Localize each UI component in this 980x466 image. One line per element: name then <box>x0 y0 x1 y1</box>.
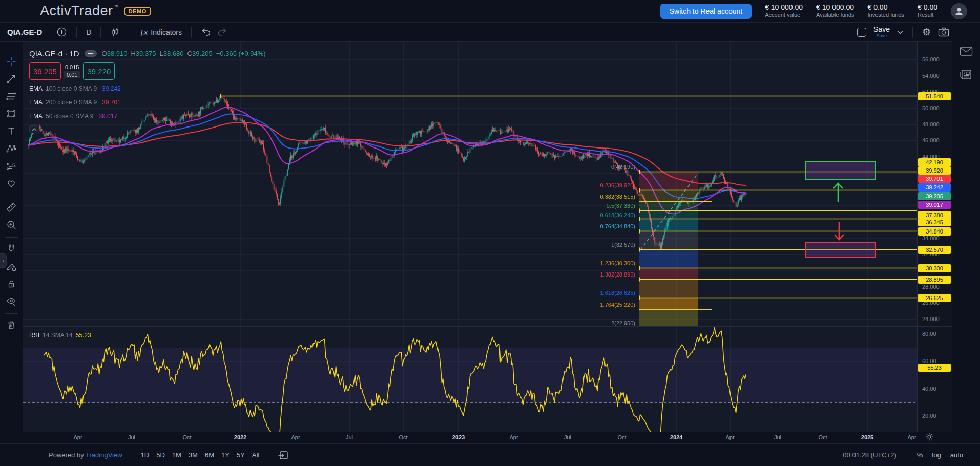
watchlist-panel-toggle[interactable]: › <box>0 253 7 268</box>
time-tick-label: Jul <box>774 434 781 440</box>
interval-button[interactable]: D <box>83 26 94 38</box>
fib-level-label[interactable]: 0.618(36.245) <box>600 212 636 218</box>
tool-zoom-in[interactable] <box>3 217 19 233</box>
range-buttons: 1D5D1M3M6M1Y5YAll <box>137 449 263 461</box>
tool-trend-line[interactable] <box>3 71 19 87</box>
tool-remove-drawings[interactable] <box>3 317 19 333</box>
long-target-box[interactable] <box>805 161 876 180</box>
fib-level-label[interactable]: 1.618(26.625) <box>600 290 636 296</box>
tool-ruler[interactable] <box>3 199 19 216</box>
fib-level-label[interactable]: 1.236(30.300) <box>600 260 636 266</box>
tool-text[interactable] <box>3 123 19 139</box>
fib-level-label[interactable]: 0.764(34.840) <box>600 223 636 229</box>
tool-crosshair[interactable] <box>3 53 19 70</box>
range-1d-button[interactable]: 1D <box>137 449 153 461</box>
price-axis[interactable]: 56.00054.00052.00050.00048.00046.00044.0… <box>917 42 952 432</box>
tradingview-link[interactable]: TradingView <box>86 451 122 459</box>
fib-level-label[interactable]: 0.382(38.515) <box>600 194 636 200</box>
settings-gear-icon[interactable]: ⚙ <box>922 26 931 38</box>
legend-collapse-button[interactable] <box>29 125 39 133</box>
fib-level-label[interactable]: 1.382(28.895) <box>600 271 636 278</box>
ema200-legend-row[interactable]: EMA 200 close 0 SMA 9 39.701 <box>29 97 266 108</box>
text-icon <box>6 125 17 137</box>
chart-symbol-title[interactable]: QIA.GE-d · 1D <box>29 49 79 58</box>
percent-scale-button[interactable]: % <box>912 449 928 461</box>
auto-scale-button[interactable]: auto <box>946 449 968 461</box>
range-1m-button[interactable]: 1M <box>169 449 185 461</box>
buy-ask-button[interactable]: 39.220 <box>83 62 115 80</box>
price-value-label: 39.205 <box>918 192 951 200</box>
theme-sun-icon[interactable] <box>925 433 933 443</box>
undo-button[interactable] <box>198 26 214 39</box>
indicator-params: 200 close 0 SMA 9 <box>46 99 97 106</box>
fib-level-label[interactable]: 0.5(37.380) <box>607 203 635 209</box>
result-stat: € 0.00 Result <box>918 3 937 19</box>
fib-level-label[interactable]: 1.764(25.220) <box>600 302 636 308</box>
price-tick-label: 28.000 <box>918 284 952 290</box>
chart-style-button[interactable] <box>107 25 123 39</box>
sell-bid-button[interactable]: 39.205 <box>29 62 61 80</box>
legend-collapse-pill[interactable] <box>85 50 97 57</box>
tool-forecast[interactable] <box>3 158 19 174</box>
symbol-button[interactable]: QIA.GE-D <box>7 28 42 36</box>
price-value-label: 26.625 <box>918 294 951 302</box>
camera-snapshot-icon[interactable] <box>938 27 949 37</box>
fib-level-label[interactable]: 1(32.570) <box>611 242 635 248</box>
trend-line-icon <box>6 73 17 84</box>
chevron-down-icon[interactable] <box>897 30 903 34</box>
range-1y-button[interactable]: 1Y <box>218 449 233 461</box>
chart-area[interactable]: 0(42.190)0.236(39.920)0.382(38.515)0.5(3… <box>23 42 917 432</box>
ema50-legend-row[interactable]: EMA 50 close 0 SMA 9 39.017 <box>29 111 266 121</box>
time-axis[interactable]: AprJulOct2022AprJulOct2023AprJulOct2024A… <box>23 432 917 443</box>
compare-add-button[interactable] <box>53 25 70 39</box>
indicator-params: 100 close 0 SMA 9 <box>46 85 97 92</box>
switch-to-real-account-button[interactable]: Switch to Real account <box>660 4 752 19</box>
redo-button[interactable] <box>214 26 231 39</box>
down-arrow-drawing[interactable] <box>833 222 845 243</box>
tool-favorites[interactable] <box>3 175 19 192</box>
fib-level-label[interactable]: 0(42.190) <box>611 164 635 170</box>
time-tick-label: 2024 <box>670 434 682 440</box>
user-avatar[interactable] <box>951 3 967 19</box>
session-clock[interactable]: 00:01:28 (UTC+2) <box>843 451 896 459</box>
price-value-label: 34.840 <box>918 227 951 236</box>
range-5y-button[interactable]: 5Y <box>233 449 248 461</box>
time-tick-label: Jul <box>346 434 353 440</box>
mail-button[interactable] <box>960 46 973 58</box>
tool-fib-lines[interactable] <box>3 88 19 104</box>
tool-xabcd-pattern[interactable] <box>3 140 19 157</box>
indicators-label: Indicators <box>151 28 182 36</box>
save-layout-button[interactable]: Save Save <box>873 26 890 38</box>
range-all-button[interactable]: All <box>248 449 263 461</box>
range-3m-button[interactable]: 3M <box>185 449 201 461</box>
go-to-date-icon[interactable] <box>278 450 289 460</box>
log-scale-button[interactable]: log <box>927 449 945 461</box>
fib-level-label[interactable]: 0.236(39.920) <box>600 182 636 188</box>
news-button[interactable] <box>960 69 973 83</box>
change-value: +0.365 (+0.94%) <box>216 50 266 57</box>
multichart-checkbox[interactable] <box>857 28 866 37</box>
fib-level-label[interactable]: 2(22.950) <box>611 320 635 326</box>
ema100-legend-row[interactable]: EMA 100 close 0 SMA 9 39.242 <box>29 83 266 94</box>
tool-lock-all-drawings[interactable] <box>3 276 19 292</box>
up-arrow-drawing[interactable] <box>832 182 844 204</box>
range-6m-button[interactable]: 6M <box>201 449 218 461</box>
tool-rectangle[interactable] <box>3 105 19 122</box>
indicator-params: 50 close 0 SMA 9 <box>46 113 93 120</box>
close-value: 39.205 <box>192 50 213 57</box>
available-funds-label: Available funds <box>816 12 854 19</box>
invested-funds: € 0.00 <box>868 3 905 12</box>
drawing-toolbar <box>0 42 23 443</box>
time-tick-label: Apr <box>73 434 82 440</box>
short-target-box[interactable] <box>805 242 876 258</box>
available-funds-stat: € 10 000.00 Available funds <box>816 3 854 19</box>
indicators-button[interactable]: ƒx Indicators <box>136 26 185 38</box>
candles-icon <box>110 27 120 37</box>
tool-hide-all-drawings[interactable] <box>3 293 19 309</box>
ruler-icon <box>6 202 17 213</box>
range-5d-button[interactable]: 5D <box>153 449 169 461</box>
rsi-name: RSI <box>29 332 39 339</box>
rsi-legend-row[interactable]: RSI 14 SMA 14 55.23 <box>29 332 91 339</box>
pane-separator[interactable] <box>23 326 952 327</box>
price-value-label: 55.23 <box>918 364 951 372</box>
